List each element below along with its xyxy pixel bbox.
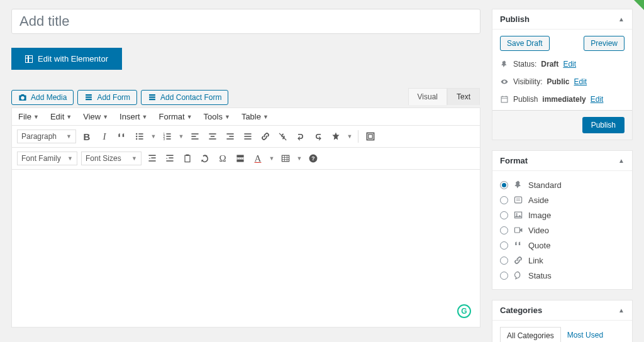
svg-rect-35 [236,160,243,162]
publish-panel-header[interactable]: Publish ▲ [492,9,632,30]
table-button[interactable] [279,152,292,165]
undo-button[interactable] [294,130,308,143]
bold-button[interactable]: B [80,130,94,143]
link-button[interactable] [258,130,272,143]
edit-with-elementor-button[interactable]: Edit with Elementor [11,48,122,70]
bullet-list-button[interactable] [133,130,147,143]
title-input[interactable] [11,9,480,34]
schedule-edit-link[interactable]: Edit [591,95,604,104]
svg-rect-17 [209,138,216,140]
italic-button[interactable]: I [97,130,111,143]
format-label-video: Video [528,226,549,235]
collapse-icon: ▲ [618,307,625,314]
menu-format[interactable]: Format▼ [159,112,192,121]
visibility-label: Visibility: [513,77,542,86]
svg-rect-34 [236,155,243,157]
video-icon [513,225,523,235]
bullet-list-caret-icon[interactable]: ▼ [150,130,157,143]
preview-button[interactable]: Preview [584,36,625,51]
svg-text:3: 3 [164,138,165,141]
visibility-edit-link[interactable]: Edit [574,77,587,86]
paste-button[interactable] [180,152,194,165]
tab-text[interactable]: Text [447,88,480,105]
blockquote-button[interactable] [115,130,129,143]
format-panel-header[interactable]: Format ▲ [492,151,632,171]
fullscreen-button[interactable] [364,130,377,143]
menu-table[interactable]: Table▼ [242,112,269,121]
camera-icon [18,93,27,102]
help-button[interactable]: ? [306,152,320,165]
menu-view[interactable]: View▼ [83,112,108,121]
add-contact-form-button[interactable]: Add Contact Form [141,90,228,105]
svg-point-0 [136,133,137,135]
svg-rect-22 [244,136,251,137]
collapse-icon: ▲ [618,16,625,23]
status-edit-link[interactable]: Edit [563,60,576,69]
clear-format-button[interactable] [198,152,212,165]
svg-rect-14 [191,138,198,140]
format-panel-title: Format [500,156,528,165]
indent-button[interactable] [163,152,177,165]
svg-rect-12 [191,133,198,135]
paragraph-select[interactable]: Paragraph▼ [17,130,76,143]
format-label-link: Link [528,256,543,265]
menu-edit[interactable]: Edit▼ [50,112,72,121]
align-center-button[interactable] [206,130,219,143]
grammarly-icon[interactable]: G [457,304,471,318]
format-label-standard: Standard [528,180,562,190]
svg-rect-28 [148,160,155,162]
aside-icon [513,195,523,205]
format-radio-quote[interactable] [500,241,508,250]
text-color-button[interactable]: A [251,152,265,165]
numbered-list-caret-icon[interactable]: ▼ [178,130,184,143]
menu-tools[interactable]: Tools▼ [204,112,230,121]
svg-rect-36 [282,155,289,162]
format-radio-standard[interactable] [500,181,508,189]
format-radio-video[interactable] [500,226,508,234]
svg-rect-25 [369,135,372,138]
align-justify-button[interactable] [241,130,255,143]
star-button[interactable] [329,130,343,143]
special-char-button[interactable]: Ω [216,152,230,165]
categories-tab-all[interactable]: All Categories [500,327,561,342]
publish-panel-title: Publish [500,14,530,24]
text-color-caret-icon[interactable]: ▼ [269,152,275,165]
publish-button[interactable]: Publish [582,117,625,133]
font-family-select[interactable]: Font Family▼ [17,152,77,165]
elementor-label: Edit with Elementor [38,54,108,63]
format-radio-link[interactable] [500,256,508,265]
menu-insert[interactable]: Insert▼ [119,112,147,121]
svg-text:?: ? [311,155,314,162]
editor-canvas[interactable]: G [12,170,480,327]
categories-tab-most-used[interactable]: Most Used [561,327,609,342]
tab-visual[interactable]: Visual [408,88,447,105]
svg-rect-11 [166,138,170,140]
add-form-button[interactable]: Add Form [77,90,137,105]
svg-rect-24 [367,133,374,140]
align-left-button[interactable] [188,130,202,143]
svg-point-51 [516,213,517,214]
align-right-button[interactable] [223,130,237,143]
page-break-button[interactable] [233,152,247,165]
format-radio-status[interactable] [500,272,508,280]
format-radio-aside[interactable] [500,196,508,204]
font-sizes-select[interactable]: Font Sizes▼ [81,152,142,165]
unlink-button[interactable] [276,130,290,143]
save-draft-button[interactable]: Save Draft [500,36,550,51]
outdent-button[interactable] [145,152,159,165]
status-label: Status: [513,60,536,69]
svg-rect-13 [191,136,196,137]
menu-file[interactable]: File▼ [18,112,39,121]
redo-button[interactable] [311,130,325,143]
add-media-button[interactable]: Add Media [11,90,74,105]
svg-rect-21 [244,133,251,135]
add-contact-form-label: Add Contact Form [160,93,221,102]
format-radio-image[interactable] [500,211,508,219]
form-icon [84,93,93,102]
categories-panel-header[interactable]: Categories ▲ [492,301,632,321]
numbered-list-button[interactable]: 123 [160,130,174,143]
star-caret-icon[interactable]: ▼ [347,130,353,143]
table-caret-icon[interactable]: ▼ [296,152,303,165]
collapse-icon: ▲ [618,157,625,164]
calendar-icon [500,95,509,104]
